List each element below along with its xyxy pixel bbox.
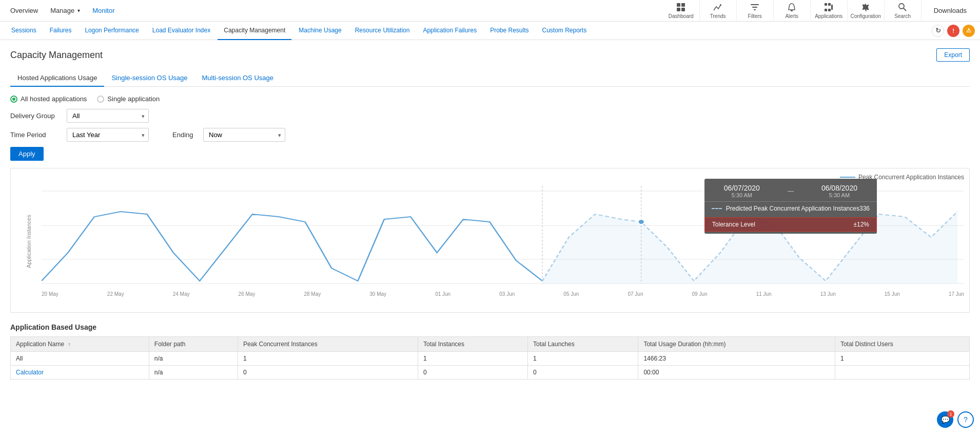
dashboard-icon — [676, 2, 686, 12]
svg-point-13 — [899, 4, 904, 9]
col-total-instances: Total Instances — [418, 337, 527, 352]
nav-filters[interactable]: Filters — [737, 0, 774, 22]
nav-search[interactable]: Search — [885, 0, 922, 22]
sec-nav-actions: ↻ ! ⚠ — [932, 25, 975, 37]
secnav-capacity-management[interactable]: Capacity Management — [218, 22, 291, 40]
row-folder-calc: n/a — [149, 366, 238, 380]
secnav-sessions[interactable]: Sessions — [5, 22, 43, 40]
alert-orange-badge[interactable]: ⚠ — [963, 25, 975, 37]
y-axis-label: Application Instances — [26, 215, 32, 268]
table-section-title: Application Based Usage — [10, 323, 970, 331]
radio-all-hosted[interactable]: All hosted applications — [10, 95, 87, 103]
tooltip-tolerance-row: Tolerance Level ±12% — [704, 217, 877, 232]
svg-rect-10 — [825, 9, 827, 11]
search-icon — [897, 2, 908, 12]
table-row: Calculator n/a 0 0 0 00:00 — [11, 366, 970, 380]
row-launches-all: 1 — [527, 352, 638, 366]
chart-container: Peak Concurrent Application Instances 06… — [10, 168, 970, 313]
tooltip-predicted-row: Predicted Peak Concurrent Application In… — [704, 202, 877, 215]
top-nav-left: Overview Manage ▾ Monitor — [5, 0, 120, 22]
configuration-icon — [860, 2, 871, 12]
svg-rect-1 — [681, 3, 685, 7]
legend-solid-line — [840, 177, 855, 178]
nav-applications[interactable]: Applications — [811, 0, 848, 22]
secnav-failures[interactable]: Failures — [44, 22, 78, 40]
top-navigation: Overview Manage ▾ Monitor Dashboard Tren… — [0, 0, 980, 22]
downloads-button[interactable]: Downloads — [926, 0, 975, 22]
row-users-calc — [835, 366, 969, 380]
svg-rect-9 — [828, 3, 831, 6]
export-button[interactable]: Export — [936, 48, 970, 62]
tooltip-header: 06/07/2020 5:30 AM — 06/08/2020 5:30 AM — [704, 179, 877, 202]
svg-rect-12 — [831, 5, 833, 10]
col-usage-duration: Total Usage Duration (hh:mm) — [638, 337, 835, 352]
delivery-group-row: Delivery Group All — [10, 109, 970, 123]
tab-multi-session[interactable]: Multi-session OS Usage — [195, 70, 281, 87]
application-usage-table: Application Name ↑ Folder path Peak Conc… — [10, 336, 970, 380]
row-duration-all: 1466:23 — [638, 352, 835, 366]
col-total-launches: Total Launches — [527, 337, 638, 352]
tab-single-session[interactable]: Single-session OS Usage — [104, 70, 194, 87]
nav-dashboard[interactable]: Dashboard — [663, 0, 700, 22]
filters-icon — [750, 2, 760, 12]
col-peak-concurrent: Peak Concurrent Instances — [238, 337, 418, 352]
row-duration-calc: 00:00 — [638, 366, 835, 380]
row-users-all: 1 — [835, 352, 969, 366]
manage-chevron: ▾ — [77, 8, 80, 13]
delivery-group-select[interactable]: All — [67, 109, 149, 123]
table-body: All n/a 1 1 1 1466:23 1 Calculator n/a 0… — [11, 352, 970, 380]
secnav-application-failures[interactable]: Application Failures — [417, 22, 483, 40]
radio-single-dot — [97, 96, 104, 103]
nav-alerts[interactable]: Alerts — [774, 0, 811, 22]
row-total-all: 1 — [418, 352, 527, 366]
row-folder-all: n/a — [149, 352, 238, 366]
svg-rect-3 — [681, 8, 685, 11]
secondary-navigation: Sessions Failures Logon Performance Load… — [0, 22, 980, 40]
secnav-custom-reports[interactable]: Custom Reports — [536, 22, 593, 40]
row-total-calc: 0 — [418, 366, 527, 380]
secnav-logon-performance[interactable]: Logon Performance — [79, 22, 145, 40]
row-launches-calc: 0 — [527, 366, 638, 380]
alerts-icon — [787, 2, 797, 12]
col-distinct-users: Total Distinct Users — [835, 337, 969, 352]
col-folder-path: Folder path — [149, 337, 238, 352]
secnav-probe-results[interactable]: Probe Results — [484, 22, 535, 40]
page-header: Capacity Management Export — [10, 48, 970, 62]
secnav-load-evaluator[interactable]: Load Evaluator Index — [146, 22, 217, 40]
row-name-calculator[interactable]: Calculator — [11, 366, 149, 380]
apply-button[interactable]: Apply — [10, 147, 44, 161]
ending-select[interactable]: Now — [203, 128, 285, 142]
sort-icon-name[interactable]: ↑ — [68, 342, 70, 347]
top-nav-icons: Dashboard Trends Filters Alerts Applicat… — [663, 0, 975, 22]
nav-configuration[interactable]: Configuration — [848, 0, 885, 22]
table-header: Application Name ↑ Folder path Peak Conc… — [11, 337, 970, 352]
tooltip-date-from: 06/07/2020 5:30 AM — [724, 184, 760, 198]
time-period-select[interactable]: Last Year — [67, 128, 149, 142]
svg-rect-11 — [828, 9, 831, 11]
table-row: All n/a 1 1 1 1466:23 1 — [11, 352, 970, 366]
tab-hosted-applications[interactable]: Hosted Applications Usage — [10, 70, 104, 87]
nav-monitor[interactable]: Monitor — [87, 0, 120, 22]
nav-manage[interactable]: Manage ▾ — [45, 0, 85, 22]
delivery-group-select-wrapper: All — [67, 109, 149, 123]
svg-point-25 — [638, 219, 644, 224]
apply-row: Apply — [10, 147, 970, 161]
row-peak-calc: 0 — [238, 366, 418, 380]
ending-select-wrapper: Now — [203, 128, 285, 142]
nav-trends[interactable]: Trends — [700, 0, 737, 22]
applications-icon — [824, 2, 834, 12]
secnav-machine-usage[interactable]: Machine Usage — [292, 22, 347, 40]
row-name-all: All — [11, 352, 149, 366]
svg-rect-2 — [677, 8, 680, 11]
trends-icon — [713, 2, 723, 12]
alert-red-badge[interactable]: ! — [947, 25, 959, 37]
radio-single-application[interactable]: Single application — [97, 95, 160, 103]
nav-overview[interactable]: Overview — [5, 0, 43, 22]
time-period-row: Time Period Last Year Ending Now — [10, 128, 970, 142]
x-axis-labels: 20 May 22 May 24 May 26 May 28 May 30 Ma… — [42, 290, 964, 297]
secnav-resource-utilization[interactable]: Resource Utilization — [349, 22, 416, 40]
delivery-group-field: Delivery Group All — [10, 109, 149, 123]
row-peak-all: 1 — [238, 352, 418, 366]
tooltip-predicted-label: Predicted Peak Concurrent Application In… — [712, 205, 859, 212]
refresh-button[interactable]: ↻ — [932, 25, 944, 37]
